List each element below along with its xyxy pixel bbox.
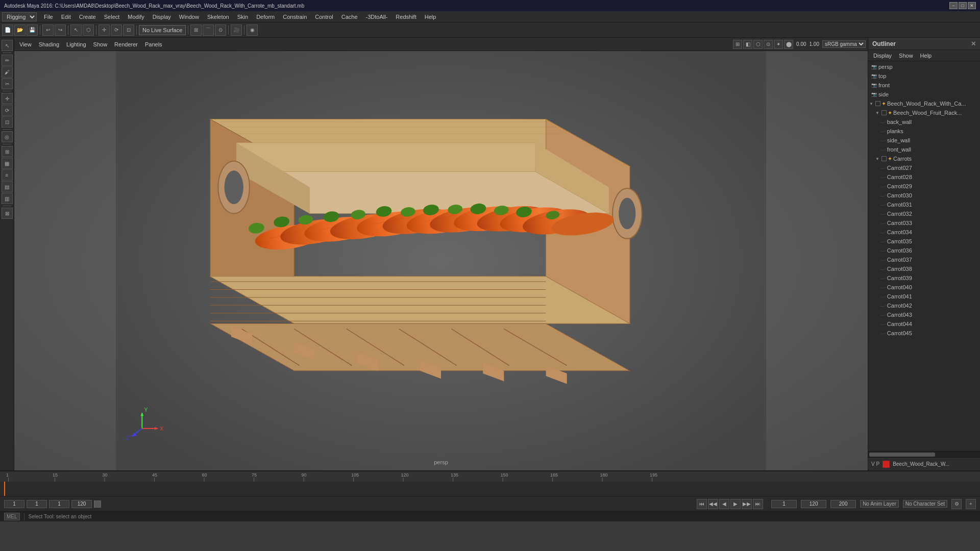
- menu-item-constrain[interactable]: Constrain: [279, 13, 311, 21]
- colorspace-select[interactable]: sRGB gamma: [822, 40, 866, 48]
- outliner-carrots-group[interactable]: ▼ ✦ Carrots: [868, 154, 980, 163]
- menu-item-cache[interactable]: Cache: [337, 13, 362, 21]
- ol-display-menu[interactable]: Display: [870, 52, 895, 60]
- paint2-btn[interactable]: 🖌: [2, 66, 13, 78]
- new-file-btn[interactable]: 📄: [2, 24, 13, 36]
- ol-carrot029[interactable]: —◦Carrot029: [868, 182, 980, 191]
- select-btn[interactable]: ↖: [70, 24, 82, 36]
- paint-btn[interactable]: ✏: [2, 55, 13, 66]
- vp-renderer-menu[interactable]: Renderer: [111, 40, 141, 48]
- minimize-button[interactable]: −: [949, 2, 958, 9]
- go-start-btn[interactable]: ⏮: [697, 499, 707, 509]
- char-set-btn-2[interactable]: +: [966, 499, 976, 509]
- vp-tool-5[interactable]: ✦: [774, 40, 783, 49]
- menu-item-control[interactable]: Control: [311, 13, 337, 21]
- ol-carrot033[interactable]: —◦Carrot033: [868, 218, 980, 228]
- vp-shading-menu[interactable]: Shading: [36, 40, 62, 48]
- menu-item-display[interactable]: Display: [149, 13, 175, 21]
- attr-btn[interactable]: ≡: [2, 169, 13, 181]
- maximize-button[interactable]: □: [959, 2, 967, 9]
- outliner-fruit-rack[interactable]: ▼ ✦ Beech_Wood_Fruit_Rack...: [868, 108, 980, 117]
- ol-carrot035[interactable]: —◦Carrot035: [868, 237, 980, 246]
- color-settings-btn[interactable]: ◉: [247, 24, 258, 36]
- move-btn[interactable]: ✛: [99, 24, 110, 36]
- select-tool-btn[interactable]: ↖: [2, 40, 13, 51]
- menu-item-redshift[interactable]: Redshift: [391, 13, 420, 21]
- menu-item-modify[interactable]: Modify: [124, 13, 148, 21]
- vp-lighting-menu[interactable]: Lighting: [63, 40, 89, 48]
- viewport-canvas[interactable]: X Y Z persp: [14, 51, 868, 470]
- ol-show-menu[interactable]: Show: [896, 52, 916, 60]
- soft-mod-btn[interactable]: ◎: [2, 131, 13, 142]
- snap-curve-btn[interactable]: ⌒: [203, 24, 214, 36]
- move-tool-btn[interactable]: ✛: [2, 93, 13, 104]
- outliner-hscroll-thumb[interactable]: [869, 453, 935, 457]
- ol-carrot037[interactable]: —◦Carrot037: [868, 255, 980, 264]
- vp-tool-3[interactable]: ⬡: [753, 40, 763, 49]
- render-btn[interactable]: 🎥: [231, 24, 242, 36]
- ol-carrot045[interactable]: —◦Carrot045: [868, 329, 980, 338]
- step-fwd-btn[interactable]: ▶▶: [742, 499, 752, 509]
- ol-carrot041[interactable]: —◦Carrot041: [868, 292, 980, 301]
- undo-btn[interactable]: ↩: [42, 24, 54, 36]
- tool-btn[interactable]: ▥: [2, 193, 13, 204]
- ol-carrot044[interactable]: —◦Carrot044: [868, 319, 980, 329]
- rotate-btn[interactable]: ⟳: [111, 24, 122, 36]
- ol-carrot043[interactable]: —◦Carrot043: [868, 310, 980, 319]
- timeline-track[interactable]: [0, 482, 980, 496]
- outliner-front-cam[interactable]: 📷 front: [868, 81, 980, 90]
- ol-carrot031[interactable]: —◦Carrot031: [868, 200, 980, 209]
- ol-carrot036[interactable]: —◦Carrot036: [868, 246, 980, 255]
- menu-item-window[interactable]: Window: [175, 13, 203, 21]
- timeline-playhead[interactable]: [4, 482, 5, 496]
- ol-help-menu[interactable]: Help: [917, 52, 935, 60]
- outliner-hscroll[interactable]: [868, 451, 980, 457]
- outliner-content[interactable]: 📷 persp 📷 top 📷 front 📷 side ▼ ✦ Beech_W…: [868, 61, 980, 451]
- ol-carrot040[interactable]: —◦Carrot040: [868, 283, 980, 292]
- vis-checkbox-3[interactable]: [881, 156, 887, 161]
- vp-tool-2[interactable]: ◧: [743, 40, 752, 49]
- extra-btn[interactable]: ⊠: [2, 208, 13, 219]
- redo-btn[interactable]: ↪: [55, 24, 66, 36]
- outliner-back-wall[interactable]: —◦ back_wall: [868, 117, 980, 127]
- total-frames-input[interactable]: [830, 500, 856, 508]
- scale-tool-btn[interactable]: ⊡: [2, 116, 13, 128]
- snap-grid-btn[interactable]: ⊞: [190, 24, 202, 36]
- ch-btn[interactable]: ▤: [2, 181, 13, 192]
- outliner-rack-group[interactable]: ▼ ✦ Beech_Wood_Rack_With_Ca...: [868, 99, 980, 108]
- outliner-side-wall[interactable]: —◦ side_wall: [868, 136, 980, 145]
- menu-item-dtoall[interactable]: -3DtoAll-: [362, 13, 392, 21]
- grid-btn[interactable]: ▦: [2, 158, 13, 169]
- menu-item-edit[interactable]: Edit: [57, 13, 75, 21]
- ol-carrot034[interactable]: —◦Carrot034: [868, 228, 980, 237]
- outliner-planks[interactable]: —◦ planks: [868, 127, 980, 136]
- char-set-btn-1[interactable]: ⚙: [951, 499, 962, 509]
- outliner-close-btn[interactable]: ✕: [971, 40, 976, 47]
- ol-carrot038[interactable]: —◦Carrot038: [868, 264, 980, 273]
- ol-carrot028[interactable]: —◦Carrot028: [868, 172, 980, 182]
- vp-panels-menu[interactable]: Panels: [142, 40, 165, 48]
- range-start-input[interactable]: [771, 500, 797, 508]
- vp-view-menu[interactable]: View: [16, 40, 35, 48]
- menu-item-skeleton[interactable]: Skeleton: [203, 13, 233, 21]
- open-file-btn[interactable]: 📂: [14, 24, 26, 36]
- vp-show-menu[interactable]: Show: [90, 40, 111, 48]
- outliner-front-wall[interactable]: —◦ front_wall: [868, 145, 980, 154]
- menu-item-file[interactable]: File: [40, 13, 57, 21]
- frame-field[interactable]: [50, 501, 68, 507]
- lasso-btn[interactable]: ⬡: [83, 24, 94, 36]
- snap-point-btn[interactable]: ⊙: [215, 24, 226, 36]
- start-frame-input[interactable]: [4, 500, 24, 508]
- range-end-input[interactable]: [801, 500, 826, 508]
- vp-tool-4[interactable]: ⊙: [764, 40, 773, 49]
- menu-item-select[interactable]: Select: [100, 13, 124, 21]
- vis-checkbox[interactable]: [875, 101, 880, 106]
- menu-item-create[interactable]: Create: [75, 13, 100, 21]
- menu-item-help[interactable]: Help: [421, 13, 440, 21]
- outliner-side-cam[interactable]: 📷 side: [868, 90, 980, 99]
- scale-btn[interactable]: ⊡: [123, 24, 134, 36]
- display-settings-btn[interactable]: ⊞: [2, 146, 13, 157]
- go-end-btn[interactable]: ⏭: [753, 499, 763, 509]
- step-back-btn[interactable]: ◀◀: [708, 499, 718, 509]
- outliner-persp-cam[interactable]: 📷 persp: [868, 62, 980, 71]
